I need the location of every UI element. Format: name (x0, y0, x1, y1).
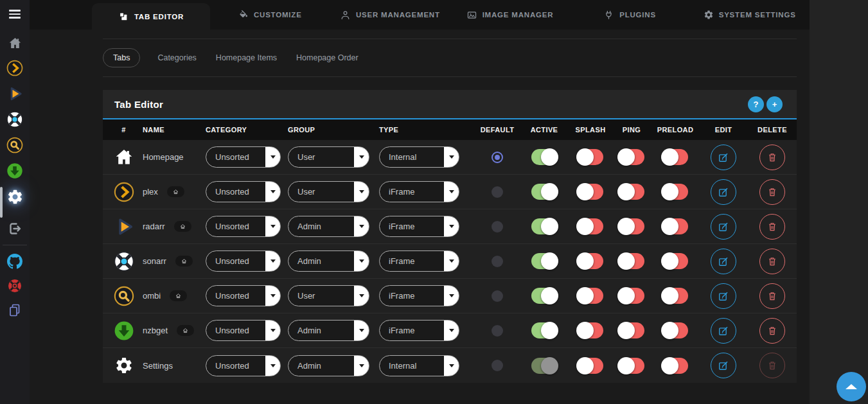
default-radio[interactable] (492, 360, 503, 371)
delete-button[interactable] (759, 214, 785, 240)
help-button[interactable]: ? (748, 96, 764, 112)
sidebar-item-plex[interactable] (0, 55, 30, 81)
delete-button[interactable] (759, 145, 785, 170)
tab-plugins[interactable]: PLUGINS (570, 0, 690, 30)
edit-button[interactable] (711, 318, 736, 344)
homepage-badge-button[interactable] (177, 325, 194, 336)
edit-button[interactable] (711, 249, 736, 274)
active-toggle[interactable] (531, 149, 557, 165)
splash-toggle[interactable] (578, 218, 603, 234)
category-select[interactable]: Unsorted (206, 181, 281, 202)
active-toggle[interactable] (531, 288, 557, 304)
add-tab-button[interactable]: + (766, 96, 783, 112)
preload-toggle[interactable] (662, 322, 688, 338)
group-select[interactable]: User (288, 181, 369, 202)
default-radio[interactable] (492, 256, 503, 267)
type-select[interactable]: iFrame (379, 250, 459, 272)
category-select[interactable]: Unsorted (206, 355, 281, 376)
preload-toggle[interactable] (662, 358, 688, 374)
group-select[interactable]: Admin (288, 355, 369, 376)
sidebar-item-github[interactable] (0, 249, 30, 274)
edit-button[interactable] (711, 145, 736, 170)
edit-button[interactable] (711, 353, 736, 378)
subnav-item-homepage-order[interactable]: Homepage Order (294, 49, 360, 67)
delete-button[interactable] (759, 249, 785, 274)
default-radio[interactable] (492, 186, 503, 198)
group-select[interactable]: User (288, 146, 369, 168)
default-radio[interactable] (492, 221, 503, 233)
type-select[interactable]: Internal (379, 355, 459, 376)
splash-toggle[interactable] (578, 288, 603, 304)
menu-icon[interactable] (9, 10, 21, 19)
group-select[interactable]: User (288, 285, 369, 306)
edit-button[interactable] (711, 214, 736, 240)
ping-toggle[interactable] (619, 288, 644, 304)
subnav-item-tabs[interactable]: Tabs (103, 48, 140, 67)
active-toggle[interactable] (531, 253, 557, 269)
sidebar-item-logout[interactable] (0, 216, 30, 242)
sidebar-item-home[interactable] (0, 30, 30, 56)
type-select[interactable]: iFrame (379, 216, 459, 237)
group-select[interactable]: Admin (288, 320, 369, 341)
preload-toggle[interactable] (662, 149, 688, 165)
ping-toggle[interactable] (619, 322, 644, 338)
group-select[interactable]: Admin (288, 216, 369, 237)
group-select[interactable]: Admin (288, 250, 369, 272)
preload-toggle[interactable] (662, 218, 688, 234)
ping-toggle[interactable] (619, 149, 644, 165)
sidebar-item-settings[interactable] (0, 184, 30, 209)
splash-toggle[interactable] (578, 322, 603, 338)
tab-tab-editor[interactable]: TAB EDITOR (92, 3, 210, 30)
splash-toggle[interactable] (578, 253, 603, 269)
ping-toggle[interactable] (619, 253, 644, 269)
homepage-badge-button[interactable] (170, 290, 187, 301)
homepage-badge-button[interactable] (167, 186, 184, 197)
type-select[interactable]: iFrame (379, 181, 459, 202)
default-radio[interactable] (492, 325, 503, 337)
tab-user-management[interactable]: USER MANAGEMENT (330, 0, 450, 30)
sidebar-item-sonarr[interactable] (0, 107, 30, 132)
sidebar-item-radarr[interactable] (0, 81, 30, 107)
category-select[interactable]: Unsorted (206, 285, 281, 306)
sidebar-item-nzbget[interactable] (0, 158, 30, 184)
type-select[interactable]: iFrame (379, 285, 459, 306)
preload-toggle[interactable] (662, 184, 688, 200)
tab-system-settings[interactable]: SYSTEM SETTINGS (689, 0, 810, 30)
homepage-badge-button[interactable] (174, 221, 191, 232)
default-radio[interactable] (492, 290, 503, 302)
tab-image-manager[interactable]: IMAGE MANAGER (450, 0, 570, 30)
ping-toggle[interactable] (619, 184, 644, 200)
tab-name: ombi (143, 291, 161, 301)
splash-toggle[interactable] (578, 149, 603, 165)
active-toggle[interactable] (531, 322, 557, 338)
sidebar-item-support[interactable] (0, 273, 30, 299)
homepage-badge-button[interactable] (175, 256, 193, 267)
scroll-to-top-button[interactable] (837, 372, 866, 401)
tab-customize[interactable]: CUSTOMIZE (210, 0, 330, 30)
category-select[interactable]: Unsorted (206, 216, 281, 237)
sidebar-item-ombi[interactable] (0, 132, 30, 158)
active-toggle[interactable] (531, 218, 557, 234)
splash-toggle[interactable] (578, 184, 603, 200)
preload-toggle[interactable] (662, 288, 688, 304)
delete-button[interactable] (759, 318, 785, 344)
sidebar-scrollbar[interactable] (0, 187, 3, 218)
sidebar-item-pages[interactable] (0, 297, 30, 323)
delete-button[interactable] (759, 283, 785, 309)
default-radio[interactable] (492, 152, 503, 163)
edit-button[interactable] (711, 283, 736, 309)
subnav-item-homepage-items[interactable]: Homepage Items (214, 49, 279, 67)
active-toggle[interactable] (531, 184, 557, 200)
type-select[interactable]: iFrame (379, 320, 459, 341)
category-select[interactable]: Unsorted (206, 146, 281, 168)
category-select[interactable]: Unsorted (206, 320, 281, 341)
type-select[interactable]: Internal (379, 146, 459, 168)
edit-button[interactable] (711, 179, 736, 205)
delete-button[interactable] (759, 179, 785, 205)
splash-toggle[interactable] (578, 358, 603, 374)
subnav-item-categories[interactable]: Categories (155, 49, 198, 67)
ping-toggle[interactable] (619, 358, 644, 374)
category-select[interactable]: Unsorted (206, 250, 281, 272)
ping-toggle[interactable] (619, 218, 644, 234)
preload-toggle[interactable] (662, 253, 688, 269)
